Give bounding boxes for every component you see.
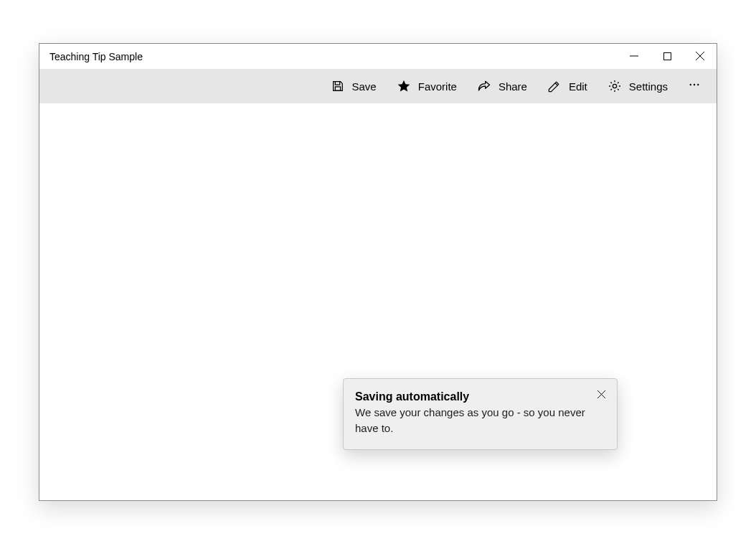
settings-label: Settings <box>629 80 668 93</box>
svg-point-7 <box>690 84 691 85</box>
save-label: Save <box>352 80 377 93</box>
minimize-button[interactable] <box>618 44 651 69</box>
edit-label: Edit <box>569 80 587 93</box>
edit-button[interactable]: Edit <box>537 69 597 103</box>
app-window: Teaching Tip Sample <box>39 43 717 501</box>
teaching-tip-title: Saving automatically <box>355 390 585 403</box>
more-button[interactable] <box>678 69 711 103</box>
maximize-button[interactable] <box>651 44 684 69</box>
svg-rect-4 <box>335 87 340 90</box>
favorite-label: Favorite <box>418 80 457 93</box>
close-button[interactable] <box>684 44 717 69</box>
svg-point-8 <box>694 84 695 85</box>
window-controls <box>618 44 717 69</box>
share-label: Share <box>499 80 527 93</box>
window-title: Teaching Tip Sample <box>49 51 143 62</box>
svg-line-5 <box>556 83 558 85</box>
close-icon <box>696 51 704 62</box>
minimize-icon <box>630 51 638 62</box>
star-icon <box>397 79 411 93</box>
svg-rect-1 <box>663 52 671 60</box>
title-bar: Teaching Tip Sample <box>39 44 717 69</box>
svg-point-6 <box>613 84 616 88</box>
teaching-tip-body: We save your changes as you go - so you … <box>355 405 585 436</box>
close-icon <box>597 388 605 401</box>
favorite-button[interactable]: Favorite <box>387 69 467 103</box>
gear-icon <box>608 79 622 93</box>
save-icon <box>331 79 345 93</box>
share-icon <box>477 79 491 93</box>
settings-button[interactable]: Settings <box>597 69 678 103</box>
share-button[interactable]: Share <box>467 69 537 103</box>
teaching-tip-close-button[interactable] <box>592 386 610 403</box>
maximize-icon <box>663 51 671 62</box>
svg-point-9 <box>697 84 699 85</box>
save-button[interactable]: Save <box>321 69 387 103</box>
teaching-tip: Saving automatically We save your change… <box>343 378 618 450</box>
content-area: Saving automatically We save your change… <box>39 103 717 500</box>
more-icon <box>688 78 701 94</box>
command-bar: Save Favorite Share <box>39 69 717 103</box>
edit-icon <box>547 79 562 93</box>
